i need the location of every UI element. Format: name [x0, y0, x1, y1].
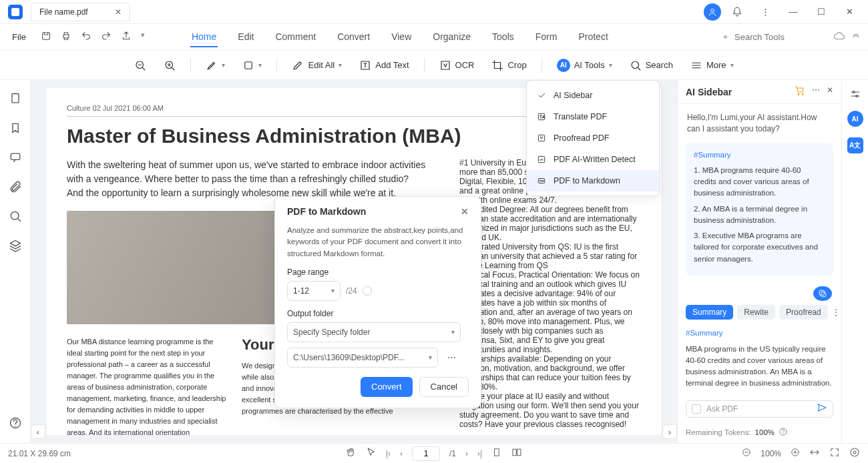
tab-convert[interactable]: Convert [336, 27, 371, 47]
pills-more-icon[interactable]: ⋮ [832, 308, 840, 317]
first-page-icon[interactable]: |‹ [386, 449, 391, 458]
left-panel-toggle[interactable]: ‹ [31, 424, 45, 439]
redo-icon[interactable] [101, 31, 112, 43]
window-close-icon[interactable]: ✕ [837, 2, 861, 22]
window-maximize-icon[interactable]: ☐ [809, 2, 833, 22]
pill-proofread[interactable]: Proofread [779, 305, 828, 320]
tab-tools[interactable]: Tools [491, 27, 515, 47]
output-folder-label: Output folder [287, 309, 469, 318]
search-panel-icon[interactable] [9, 209, 22, 223]
search-tools-input[interactable] [734, 32, 815, 42]
browse-folder-icon[interactable]: ⋯ [443, 352, 459, 362]
tab-comment[interactable]: Comment [274, 27, 317, 47]
select-tool-icon[interactable] [366, 447, 377, 460]
copy-icon[interactable] [813, 286, 832, 302]
fullscreen-icon[interactable] [829, 447, 840, 460]
ask-pdf-input[interactable]: Ask PDF [686, 400, 833, 418]
last-page-icon[interactable]: ›| [477, 449, 482, 458]
add-text-button[interactable]: Add Text [357, 57, 411, 74]
notifications-icon[interactable] [725, 2, 749, 22]
send-icon[interactable] [817, 402, 827, 415]
fit-width-icon[interactable] [809, 447, 820, 460]
tab-edit[interactable]: Edit [236, 27, 255, 47]
page-range-select[interactable]: 1-12▾ [287, 281, 341, 301]
zoom-in-icon[interactable] [161, 57, 178, 74]
comments-icon[interactable] [9, 151, 22, 164]
sidebar-close-icon[interactable]: ✕ [827, 85, 833, 98]
ai-menu-ai-sidebar[interactable]: AI Sidebar [527, 85, 659, 106]
summary-hash: #Summary [694, 149, 825, 161]
overflow-menu-icon[interactable]: ⋮ [753, 2, 777, 22]
svg-rect-14 [538, 135, 544, 141]
cloud-icon[interactable] [833, 30, 845, 44]
pill-summary[interactable]: Summary [686, 305, 733, 320]
two-page-icon[interactable] [511, 447, 522, 460]
thumbnails-icon[interactable] [9, 92, 22, 105]
tab-form[interactable]: Form [534, 27, 559, 47]
user-avatar-icon[interactable] [704, 3, 721, 21]
print-icon[interactable] [61, 31, 71, 43]
tab-organize[interactable]: Organize [431, 27, 472, 47]
doc-col3-para: Scholarships available: Depending on you… [459, 354, 641, 392]
crop-button[interactable]: Crop [489, 57, 529, 74]
collapse-up-icon[interactable] [851, 31, 861, 43]
cart-icon[interactable] [795, 85, 805, 98]
shape-tool[interactable]: ▾ [240, 57, 264, 74]
cancel-button[interactable]: Cancel [419, 377, 469, 397]
output-folder-select[interactable]: Specify Specify folder▾ [287, 322, 461, 342]
zoom-out-status-icon[interactable] [742, 448, 751, 459]
chevron-down-icon[interactable]: ▾ [141, 31, 145, 43]
zoom-out-icon[interactable] [132, 57, 149, 74]
pill-rewrite[interactable]: Rewite [737, 305, 775, 320]
undo-icon[interactable] [81, 31, 91, 43]
ai-menu-pdf-to-markdown[interactable]: PDF to Markdown [527, 170, 659, 191]
next-page-icon[interactable]: › [465, 449, 468, 458]
save-icon[interactable] [41, 31, 51, 43]
help-icon[interactable] [9, 416, 22, 430]
file-menu[interactable]: File [7, 29, 31, 45]
single-page-icon[interactable] [491, 447, 502, 460]
translate-icon [536, 111, 547, 122]
window-minimize-icon[interactable]: — [781, 2, 805, 22]
ai-menu-pdf-ai-written-detect[interactable]: PDF AI-Written Detect [527, 149, 659, 170]
close-tab-icon[interactable]: ✕ [115, 7, 122, 17]
hand-tool-icon[interactable] [346, 447, 357, 460]
ocr-button[interactable]: OCR [437, 57, 477, 74]
tab-view[interactable]: View [390, 27, 413, 47]
share-icon[interactable] [121, 31, 132, 43]
radio-placeholder-icon[interactable] [363, 286, 372, 296]
page-input[interactable] [412, 446, 440, 461]
highlight-tool[interactable]: ▾ [203, 57, 228, 74]
right-panel-toggle[interactable]: › [662, 424, 677, 439]
read-mode-icon[interactable] [849, 447, 860, 460]
svg-rect-24 [495, 449, 499, 456]
ai-menu-proofread-pdf[interactable]: Proofread PDF [527, 127, 659, 149]
ai-menu-translate-pdf[interactable]: Translate PDF [527, 106, 659, 127]
layers-icon[interactable] [9, 239, 22, 252]
ai-badge-icon[interactable]: AI [847, 111, 863, 127]
svg-point-30 [853, 451, 856, 454]
pdf-to-markdown-modal: PDF to Markdown ✕ Analyze and summarize … [274, 196, 481, 408]
tab-protect[interactable]: Protect [577, 27, 609, 47]
sidebar-more-icon[interactable]: ⋯ [812, 85, 820, 98]
modal-close-icon[interactable]: ✕ [461, 206, 469, 217]
prev-page-icon[interactable]: ‹ [400, 449, 403, 458]
output-path-select[interactable]: C:\Users\13609\Desktop\PDF...▾ [287, 348, 438, 368]
ask-checkbox-icon[interactable] [692, 404, 701, 414]
tab-home[interactable]: Home [190, 27, 218, 47]
ai-tools-dropdown: AI SidebarTranslate PDFProofread PDFPDF … [526, 80, 660, 196]
convert-button[interactable]: Convert [361, 377, 413, 397]
ai-tools-button[interactable]: AIAI Tools▾ [554, 56, 615, 75]
edit-all-button[interactable]: Edit All▾ [289, 57, 345, 74]
more-button[interactable]: More▾ [688, 57, 736, 74]
settings-sliders-icon[interactable] [849, 88, 861, 100]
summary-point: 2. An MBA is a terminal degree in busine… [694, 203, 825, 227]
bookmarks-icon[interactable] [9, 121, 22, 135]
search-button[interactable]: Search [627, 57, 676, 74]
zoom-in-status-icon[interactable] [791, 448, 800, 459]
translate-badge-icon[interactable]: A文 [847, 137, 863, 153]
document-tab[interactable]: File name.pdf ✕ [31, 3, 130, 21]
svg-point-0 [711, 9, 714, 12]
attachments-icon[interactable] [9, 180, 22, 193]
tokens-help-icon[interactable] [779, 427, 788, 438]
